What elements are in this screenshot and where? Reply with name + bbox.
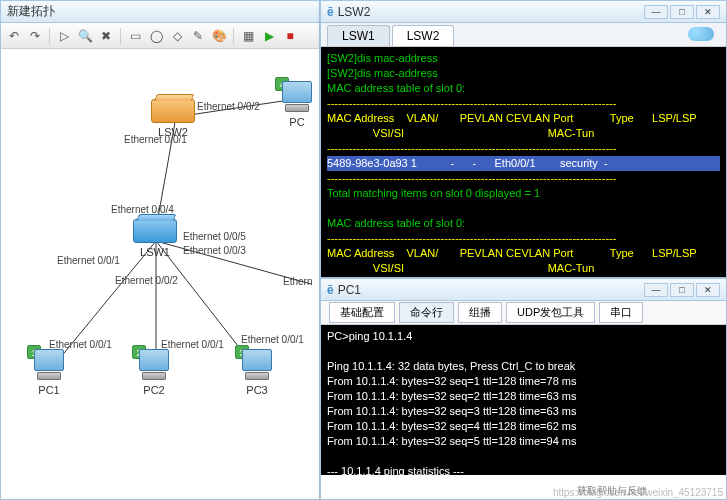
pc-icon bbox=[279, 81, 315, 113]
device-pc4[interactable]: 4 PC bbox=[279, 81, 315, 128]
pc1-tabs: 基础配置 命令行 组播 UDP发包工具 串口 bbox=[321, 301, 726, 325]
pointer-icon[interactable]: ▷ bbox=[55, 27, 73, 45]
port-label: Ethernet 0/0/1 bbox=[161, 339, 224, 350]
table-header: MAC Address VLAN/ PEVLAN CEVLAN Port Typ… bbox=[327, 247, 697, 259]
term-line: MAC address table of slot 0: bbox=[327, 82, 465, 94]
topology-title: 新建拓扑 bbox=[7, 3, 55, 20]
palette-icon[interactable]: 🎨 bbox=[210, 27, 228, 45]
pc-icon bbox=[136, 349, 172, 381]
device-label: PC2 bbox=[136, 384, 172, 396]
tab-basic-config[interactable]: 基础配置 bbox=[329, 302, 395, 323]
port-label: Ethernet 0/0/1 bbox=[49, 339, 112, 350]
port-label: Ethernet 0/0/1 bbox=[124, 134, 187, 145]
device-label: PC1 bbox=[31, 384, 67, 396]
window-title: PC1 bbox=[338, 283, 361, 297]
tab-serial[interactable]: 串口 bbox=[599, 302, 643, 323]
pc1-terminal[interactable]: PC>ping 10.1.1.4 Ping 10.1.1.4: 32 data … bbox=[321, 325, 726, 475]
delete-icon[interactable]: ✖ bbox=[97, 27, 115, 45]
grid-icon[interactable]: ▦ bbox=[239, 27, 257, 45]
ping-stats: --- 10.1.1.4 ping statistics --- bbox=[327, 465, 464, 475]
ping-reply: From 10.1.1.4: bytes=32 seq=1 ttl=128 ti… bbox=[327, 375, 576, 387]
lsw2-tabs: LSW1 LSW2 bbox=[321, 23, 726, 47]
tab-lsw2[interactable]: LSW2 bbox=[392, 25, 455, 46]
term-line: [SW2]dis mac-address bbox=[327, 52, 438, 64]
topology-window: 新建拓扑 ↶ ↷ ▷ 🔍 ✖ ▭ ◯ ◇ ✎ 🎨 ▦ ▶ ■ LSW2 bbox=[0, 0, 320, 500]
play-icon[interactable]: ▶ bbox=[260, 27, 278, 45]
topology-toolbar: ↶ ↷ ▷ 🔍 ✖ ▭ ◯ ◇ ✎ 🎨 ▦ ▶ ■ bbox=[1, 23, 319, 49]
maximize-icon[interactable]: □ bbox=[670, 283, 694, 297]
device-pc2[interactable]: 2 PC2 bbox=[136, 349, 172, 396]
stop-icon[interactable]: ■ bbox=[281, 27, 299, 45]
port-label: Ethernet 0/0/5 bbox=[183, 231, 246, 242]
pc-icon bbox=[239, 349, 275, 381]
lsw2-window: ē LSW2 — □ ✕ LSW1 LSW2 [SW2]dis mac-addr… bbox=[320, 0, 727, 278]
tab-multicast[interactable]: 组播 bbox=[458, 302, 502, 323]
term-line: Total matching items on slot 0 displayed… bbox=[327, 187, 540, 199]
status-dot-icon bbox=[688, 27, 714, 41]
pc1-titlebar[interactable]: ē PC1 — □ ✕ bbox=[321, 279, 726, 301]
device-pc3[interactable]: 3 PC3 bbox=[239, 349, 275, 396]
port-label: Ethernet 0/0/2 bbox=[115, 275, 178, 286]
device-lsw1[interactable]: LSW1 bbox=[133, 219, 177, 258]
app-icon: ē bbox=[327, 283, 334, 297]
pc-icon bbox=[31, 349, 67, 381]
switch-icon bbox=[151, 99, 195, 123]
circle-icon[interactable]: ◯ bbox=[147, 27, 165, 45]
tab-udp-tool[interactable]: UDP发包工具 bbox=[506, 302, 595, 323]
switch-icon bbox=[133, 219, 177, 243]
table-header: MAC Address VLAN/ PEVLAN CEVLAN Port Typ… bbox=[327, 112, 697, 124]
app-icon: ē bbox=[327, 5, 334, 19]
diamond-icon[interactable]: ◇ bbox=[168, 27, 186, 45]
port-label: Ethern bbox=[283, 276, 312, 287]
maximize-icon[interactable]: □ bbox=[670, 5, 694, 19]
term-line: [SW2]dis mac-address bbox=[327, 67, 438, 79]
ping-reply: From 10.1.1.4: bytes=32 seq=2 ttl=128 ti… bbox=[327, 390, 576, 402]
tab-cli[interactable]: 命令行 bbox=[399, 302, 454, 323]
watermark: https://blog.csdn.net/weixin_45123715 bbox=[553, 487, 723, 498]
device-label: PC3 bbox=[239, 384, 275, 396]
port-label: Ethernet 0/0/1 bbox=[241, 334, 304, 345]
close-icon[interactable]: ✕ bbox=[696, 5, 720, 19]
zoom-icon[interactable]: 🔍 bbox=[76, 27, 94, 45]
topology-canvas[interactable]: LSW2 LSW1 4 PC 1 PC1 2 PC2 3 PC3 Etherne… bbox=[1, 49, 319, 499]
mac-row-highlighted: 5489-98e3-0a93 1 - - Eth0/0/1 security - bbox=[327, 156, 720, 171]
term-line: Ping 10.1.1.4: 32 data bytes, Press Ctrl… bbox=[327, 360, 575, 372]
ping-reply: From 10.1.1.4: bytes=32 seq=5 ttl=128 ti… bbox=[327, 435, 576, 447]
ping-reply: From 10.1.1.4: bytes=32 seq=4 ttl=128 ti… bbox=[327, 420, 576, 432]
undo-icon[interactable]: ↶ bbox=[5, 27, 23, 45]
minimize-icon[interactable]: — bbox=[644, 283, 668, 297]
lsw2-terminal[interactable]: [SW2]dis mac-address [SW2]dis mac-addres… bbox=[321, 47, 726, 277]
topology-titlebar[interactable]: 新建拓扑 bbox=[1, 1, 319, 23]
term-line: PC>ping 10.1.1.4 bbox=[327, 330, 412, 342]
port-label: Ethernet 0/0/2 bbox=[197, 101, 260, 112]
rect-icon[interactable]: ▭ bbox=[126, 27, 144, 45]
pc1-window: ē PC1 — □ ✕ 基础配置 命令行 组播 UDP发包工具 串口 PC>pi… bbox=[320, 278, 727, 500]
redo-icon[interactable]: ↷ bbox=[26, 27, 44, 45]
ping-reply: From 10.1.1.4: bytes=32 seq=3 ttl=128 ti… bbox=[327, 405, 576, 417]
device-label: LSW1 bbox=[133, 246, 177, 258]
device-lsw2[interactable]: LSW2 bbox=[151, 99, 195, 138]
table-header: VSI/SI MAC-Tun bbox=[327, 262, 594, 274]
minimize-icon[interactable]: — bbox=[644, 5, 668, 19]
port-label: Ethernet 0/0/4 bbox=[111, 204, 174, 215]
window-title: LSW2 bbox=[338, 5, 371, 19]
text-icon[interactable]: ✎ bbox=[189, 27, 207, 45]
port-label: Ethernet 0/0/3 bbox=[183, 245, 246, 256]
device-label: PC bbox=[279, 116, 315, 128]
lsw2-titlebar[interactable]: ē LSW2 — □ ✕ bbox=[321, 1, 726, 23]
term-line: MAC address table of slot 0: bbox=[327, 217, 465, 229]
device-pc1[interactable]: 1 PC1 bbox=[31, 349, 67, 396]
port-label: Ethernet 0/0/1 bbox=[57, 255, 120, 266]
table-header: VSI/SI MAC-Tun bbox=[327, 127, 594, 139]
tab-lsw1[interactable]: LSW1 bbox=[327, 25, 390, 46]
close-icon[interactable]: ✕ bbox=[696, 283, 720, 297]
